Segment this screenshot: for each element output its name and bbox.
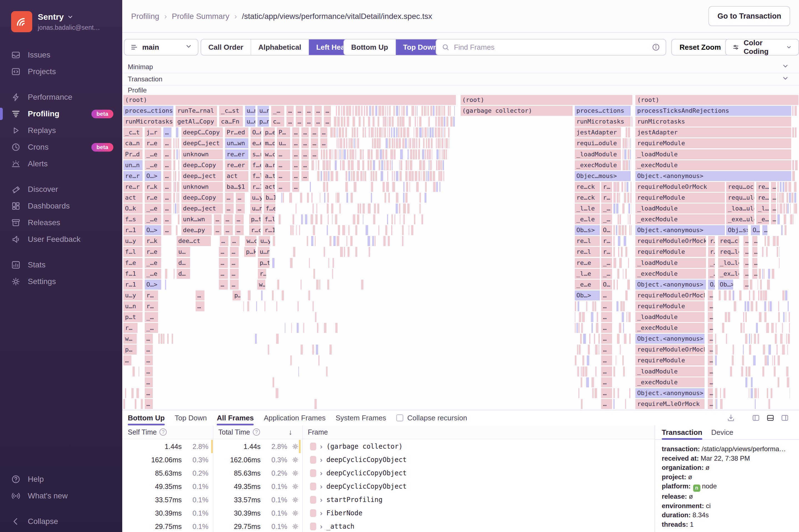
flame-frame[interactable]: …: [311, 128, 318, 137]
flame-frame[interactable]: _…: [145, 312, 158, 322]
flame-frame[interactable]: …: [145, 356, 153, 365]
expand-chevron-icon[interactable]: ›: [320, 522, 322, 531]
flame-frame[interactable]: requireModule: [635, 247, 706, 257]
flame-frame[interactable]: O…>: [145, 225, 161, 235]
flame-frame[interactable]: …: [163, 171, 171, 181]
flame-frame[interactable]: r…1: [263, 225, 274, 235]
flame-frame[interactable]: getAl…Copy: [175, 117, 217, 127]
flame-frame[interactable]: …: [743, 247, 748, 257]
flame-frame[interactable]: …: [601, 377, 612, 387]
flame-frame[interactable]: …: [305, 117, 313, 127]
flame-frame[interactable]: …: [315, 106, 322, 116]
flame-frame[interactable]: O…>: [145, 171, 161, 181]
flame-frame[interactable]: _l…e: [756, 204, 769, 213]
flame-frame[interactable]: …: [163, 204, 171, 213]
flame-frame[interactable]: r…1: [123, 225, 143, 235]
toggle-alphabetical[interactable]: Alphabetical: [250, 39, 309, 55]
flame-frame[interactable]: runTe…rnal: [175, 106, 217, 116]
flame-frame[interactable]: …: [235, 214, 244, 224]
flame-frame[interactable]: p…: [123, 345, 137, 355]
flame-frame[interactable]: re…ck: [575, 193, 600, 203]
org-switcher[interactable]: Sentry jonas.badalic@sent…: [11, 11, 121, 32]
flame-frame[interactable]: …: [708, 388, 713, 398]
flame-frame[interactable]: u…y: [259, 236, 270, 246]
flame-frame[interactable]: …: [743, 280, 748, 290]
flame-frame[interactable]: f…l: [123, 247, 143, 257]
flame-frame[interactable]: r…: [145, 290, 158, 300]
flame-frame[interactable]: u…y: [250, 193, 262, 203]
flame-frame[interactable]: …: [219, 280, 228, 290]
flame-frame[interactable]: O…: [601, 280, 612, 290]
flame-frame[interactable]: dee…ct: [177, 236, 211, 246]
profile-section-header[interactable]: Profile: [122, 86, 799, 95]
flame-frame[interactable]: _ex…le: [718, 269, 739, 279]
sidebar-item-projects[interactable]: Projects: [0, 63, 122, 80]
flame-frame[interactable]: …: [708, 356, 713, 365]
flame-frame[interactable]: _loa…ule: [726, 204, 754, 213]
flame-frame[interactable]: req…le: [718, 247, 739, 257]
flame-frame[interactable]: _…e: [145, 269, 161, 279]
flame-frame[interactable]: p…n: [258, 117, 269, 127]
flame-frame[interactable]: (garbage collector): [461, 106, 573, 116]
flame-frame[interactable]: e…e: [250, 138, 261, 148]
sidebar-item-help[interactable]: Help: [0, 471, 122, 488]
column-total-time[interactable]: Total Time? ↓: [213, 425, 302, 439]
flame-frame[interactable]: _…: [145, 323, 158, 333]
flame-frame[interactable]: deep…Copy: [181, 160, 223, 170]
expand-chevron-icon[interactable]: ›: [320, 456, 322, 464]
flame-frame[interactable]: …: [771, 193, 776, 203]
flame-frame[interactable]: m…d: [263, 138, 275, 148]
flame-frame[interactable]: p…t: [123, 312, 143, 322]
flame-frame[interactable]: c…: [271, 117, 284, 127]
flame-frame[interactable]: …: [292, 171, 299, 181]
flame-frame[interactable]: …: [277, 171, 290, 181]
flame-frame[interactable]: unk…wn: [181, 214, 212, 224]
sidebar-item-performance[interactable]: Performance: [0, 89, 122, 106]
flame-frame[interactable]: O…k: [123, 204, 143, 213]
flame-frame[interactable]: Ob…>: [575, 290, 600, 300]
go-to-transaction-button[interactable]: Go to Transaction: [708, 6, 790, 26]
column-frame[interactable]: Frame: [302, 425, 654, 439]
flame-frame[interactable]: req…ck: [718, 236, 739, 246]
flame-frame[interactable]: j…r: [145, 128, 161, 137]
flame-frame[interactable]: b…1: [264, 193, 275, 203]
flame-frame[interactable]: …: [123, 356, 131, 365]
flame-frame[interactable]: …: [236, 204, 245, 213]
flame-frame[interactable]: Pr…d: [123, 149, 143, 159]
flame-frame[interactable]: …: [752, 236, 757, 246]
flame-frame[interactable]: ca…Fn: [219, 117, 243, 127]
flame-frame[interactable]: …: [301, 138, 309, 148]
expand-chevron-icon[interactable]: ›: [320, 496, 322, 504]
flame-frame[interactable]: O…: [601, 225, 612, 235]
flame-frame[interactable]: u…n: [250, 204, 262, 213]
flame-frame[interactable]: u…: [277, 138, 290, 148]
flame-frame[interactable]: …: [163, 182, 171, 192]
flame-frame[interactable]: …: [145, 334, 153, 344]
flame-frame[interactable]: …: [145, 366, 153, 377]
flame-frame[interactable]: …: [277, 182, 290, 192]
flame-frame[interactable]: u…y: [123, 236, 143, 246]
sidebar-item-issues[interactable]: Issues: [0, 46, 122, 63]
flame-frame[interactable]: (root): [635, 95, 798, 105]
flame-frame[interactable]: _c…t: [123, 128, 143, 137]
flame-frame[interactable]: …: [214, 214, 221, 224]
flame-frame[interactable]: _…e: [145, 204, 161, 213]
flame-frame[interactable]: r…: [123, 323, 137, 333]
flame-frame[interactable]: …: [163, 128, 171, 137]
flame-frame[interactable]: f…1: [123, 269, 143, 279]
flame-frame[interactable]: r…: [601, 182, 612, 192]
flame-frame[interactable]: _c…st: [219, 106, 243, 116]
flame-frame[interactable]: w…c: [263, 149, 275, 159]
sidebar-item-crons[interactable]: Cronsbeta: [0, 139, 122, 155]
flame-frame[interactable]: Object.<anonymous>: [635, 171, 791, 181]
flame-frame[interactable]: …: [708, 312, 713, 322]
flame-frame[interactable]: _exe…ule: [726, 214, 754, 224]
expand-chevron-icon[interactable]: ›: [320, 469, 322, 478]
flame-frame[interactable]: …: [324, 117, 331, 127]
flame-frame[interactable]: runMicrotasks: [635, 117, 791, 127]
flame-frame[interactable]: …: [708, 290, 713, 300]
flame-frame[interactable]: runMicrotasks: [575, 117, 631, 127]
flame-frame[interactable]: d…: [177, 258, 190, 268]
flame-frame[interactable]: _loadModule: [635, 149, 791, 159]
gear-icon[interactable]: [292, 523, 299, 530]
